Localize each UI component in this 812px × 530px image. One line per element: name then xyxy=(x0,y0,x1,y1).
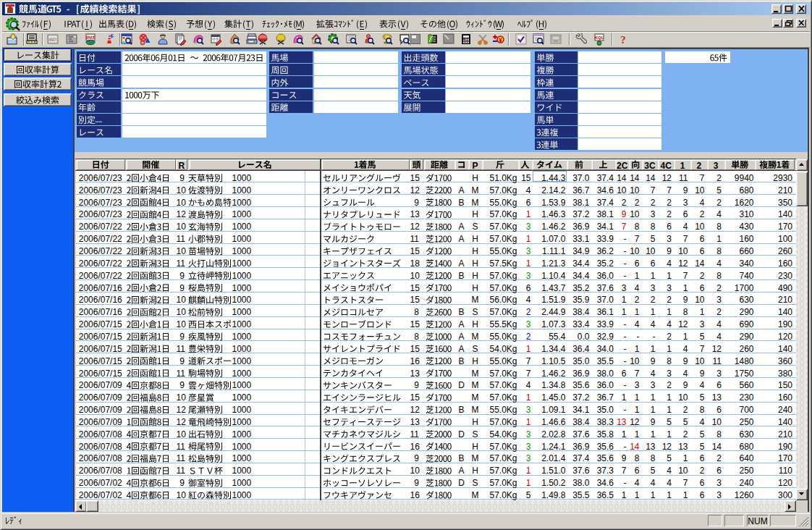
svg-text:?: ? xyxy=(620,34,626,46)
svg-text:BET: BET xyxy=(48,38,57,42)
svg-text:IPAT: IPAT xyxy=(86,35,96,40)
svg-text:8: 8 xyxy=(365,38,368,43)
svg-text:KQL: KQL xyxy=(594,35,604,40)
